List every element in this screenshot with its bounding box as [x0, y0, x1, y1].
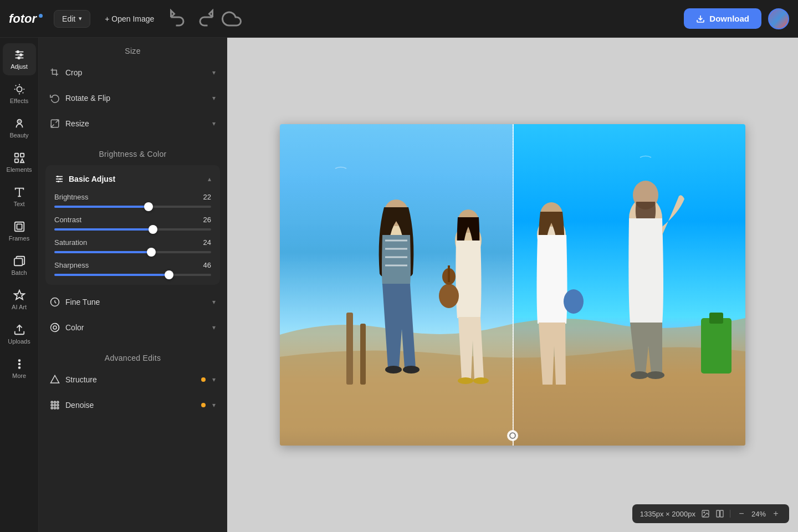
sharpness-slider-group: Sharpness 46	[54, 261, 211, 276]
svg-point-26	[18, 360, 20, 361]
batch-label: Batch	[11, 269, 27, 276]
brightness-track[interactable]	[54, 206, 211, 208]
structure-right: ▾	[201, 376, 216, 383]
structure-chevron-icon: ▾	[212, 376, 216, 383]
denoise-chevron-icon: ▾	[212, 401, 216, 409]
color-item[interactable]: Color ▾	[39, 315, 227, 340]
denoise-label: Denoise	[65, 401, 94, 410]
avatar[interactable]	[768, 8, 789, 29]
undo-button[interactable]	[168, 9, 188, 29]
elements-icon	[13, 152, 25, 164]
brightness-label: Brightness	[54, 193, 88, 201]
effects-icon	[13, 83, 25, 95]
frames-label: Frames	[9, 235, 29, 242]
structure-icon	[50, 375, 60, 385]
sidebar-item-beauty[interactable]: Beauty	[3, 112, 36, 144]
svg-point-4	[17, 51, 19, 53]
contrast-fill	[54, 228, 153, 231]
cloud-button[interactable]	[222, 9, 242, 29]
svg-rect-16	[14, 154, 18, 157]
open-image-label: + Open Image	[105, 14, 154, 23]
svg-point-36	[59, 178, 61, 180]
text-label: Text	[13, 201, 24, 207]
brightness-value: 22	[203, 193, 211, 201]
svg-rect-46	[57, 405, 59, 406]
contrast-track[interactable]	[54, 228, 211, 231]
image-icon	[701, 509, 710, 518]
svg-line-30	[56, 120, 59, 122]
structure-item[interactable]: Structure ▾	[39, 367, 227, 392]
crop-item[interactable]: Crop ▾	[39, 60, 227, 85]
sidebar-item-batch[interactable]: Batch	[3, 249, 36, 282]
photo-right	[513, 124, 745, 446]
fine-tune-label: Fine Tune	[65, 298, 100, 306]
svg-rect-83	[720, 510, 723, 517]
sidebar-item-ai-art[interactable]: AI Art	[3, 284, 36, 316]
download-icon	[696, 14, 705, 23]
resize-item[interactable]: Resize ▾	[39, 111, 227, 136]
sidebar-item-frames[interactable]: Frames	[3, 215, 36, 247]
saturation-track[interactable]	[54, 251, 211, 253]
rotate-flip-item[interactable]: Rotate & Flip ▾	[39, 85, 227, 111]
basic-adjust-header[interactable]: Basic Adjust ▴	[54, 174, 211, 184]
logo: fotor	[9, 12, 43, 26]
svg-point-5	[19, 54, 22, 56]
crop-icon	[50, 68, 60, 78]
ai-art-label: AI Art	[12, 304, 27, 310]
uploads-icon	[13, 324, 25, 336]
sidebar-item-uploads[interactable]: Uploads	[3, 318, 36, 350]
download-button[interactable]: Download	[684, 8, 761, 29]
svg-point-39	[53, 326, 57, 329]
svg-rect-48	[54, 407, 56, 409]
basic-adjust-collapse-icon: ▴	[208, 175, 211, 183]
contrast-value: 26	[203, 216, 211, 224]
fine-tune-item[interactable]: Fine Tune ▾	[39, 289, 227, 315]
edit-label: Edit	[62, 14, 75, 23]
denoise-item[interactable]: Denoise ▾	[39, 392, 227, 418]
sidebar-item-effects[interactable]: Effects	[3, 78, 36, 110]
advanced-section-title: Advanced Edits	[39, 345, 227, 367]
brightness-thumb[interactable]	[144, 202, 153, 211]
saturation-value: 24	[203, 238, 211, 247]
statusbar: 1335px × 2000px − 24% +	[632, 504, 789, 523]
comparison-divider[interactable]	[513, 124, 514, 446]
contrast-thumb[interactable]	[149, 225, 157, 234]
svg-point-28	[18, 367, 20, 369]
sidebar-item-more[interactable]: More	[3, 352, 36, 385]
svg-rect-45	[54, 405, 56, 406]
sidebar-item-adjust[interactable]: Adjust	[3, 43, 36, 75]
open-image-button[interactable]: + Open Image	[97, 11, 162, 27]
structure-badge	[201, 377, 206, 382]
sidebar-item-text[interactable]: Text	[3, 181, 36, 213]
saturation-thumb[interactable]	[147, 248, 156, 257]
sharpness-thumb[interactable]	[165, 270, 173, 279]
canvas-area: 1335px × 2000px − 24% +	[227, 38, 798, 532]
resize-label: Resize	[65, 119, 89, 128]
divider-handle[interactable]	[507, 430, 518, 441]
saturation-label: Saturation	[54, 238, 87, 247]
crop-chevron-icon: ▾	[212, 69, 216, 76]
main-area: Adjust Effects Beauty Elements	[0, 38, 798, 532]
zoom-out-button[interactable]: −	[736, 508, 747, 519]
sharpness-track[interactable]	[54, 274, 211, 276]
effects-label: Effects	[10, 98, 28, 104]
zoom-in-button[interactable]: +	[770, 508, 781, 519]
brightness-fill	[54, 206, 149, 208]
download-label: Download	[709, 14, 749, 23]
svg-line-11	[22, 93, 23, 93]
svg-rect-24	[14, 258, 22, 265]
svg-rect-44	[51, 405, 53, 406]
edit-button[interactable]: Edit ▾	[54, 10, 90, 28]
logo-dot	[39, 14, 43, 18]
undo-icon	[168, 9, 188, 29]
sliders-icon	[13, 49, 25, 61]
redo-button[interactable]	[195, 9, 215, 29]
photo-left	[280, 124, 513, 446]
svg-point-27	[18, 364, 20, 365]
svg-marker-40	[51, 376, 59, 383]
svg-rect-23	[17, 224, 22, 229]
more-label: More	[12, 372, 26, 379]
sidebar-item-elements[interactable]: Elements	[3, 146, 36, 178]
rotate-flip-item-left: Rotate & Flip	[50, 93, 110, 103]
svg-line-31	[51, 125, 54, 127]
